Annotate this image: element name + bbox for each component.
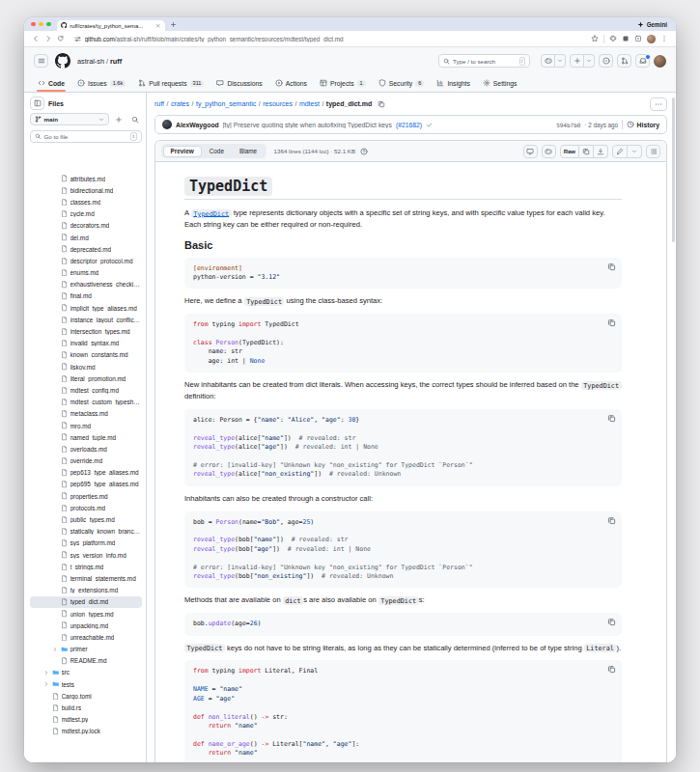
file-tree-item[interactable]: instance_layout_conflict.md <box>30 314 142 325</box>
global-nav-menu-button[interactable] <box>34 54 48 68</box>
file-tree-item[interactable]: literal_promotion.md <box>30 372 142 384</box>
collapse-file-tree-button[interactable] <box>30 96 44 110</box>
file-tree-item[interactable]: sys_platform.md <box>30 538 142 549</box>
file-tree-item[interactable]: classes.md <box>30 196 142 207</box>
address-bar[interactable]: github.com/astral-sh/ruff/blob/main/crat… <box>70 33 587 44</box>
create-new-dropdown[interactable] <box>584 54 595 68</box>
copy-code-icon[interactable] <box>607 516 616 525</box>
file-tree-item[interactable]: mdtest_config.md <box>30 384 142 396</box>
browser-menu-icon[interactable] <box>660 35 668 42</box>
create-new-button[interactable] <box>570 54 584 68</box>
file-tree-item[interactable]: union_types.md <box>30 608 142 620</box>
file-tree-item[interactable]: properties.md <box>30 490 142 502</box>
file-tree-item[interactable]: exhaustiveness_checking.md <box>30 279 142 290</box>
copy-code-icon[interactable] <box>607 665 616 674</box>
github-logo[interactable] <box>55 53 70 69</box>
file-tree-item[interactable]: statically_known_branches.md <box>30 526 142 538</box>
breadcrumb-link[interactable]: mdtest <box>299 100 320 107</box>
file-tree-item[interactable]: known_constants.md <box>30 349 142 361</box>
file-tree-item[interactable]: intersection_types.md <box>30 325 142 337</box>
file-tree-item[interactable]: pep695_type_aliases.md <box>30 479 142 490</box>
extensions-puzzle-icon[interactable] <box>609 35 617 42</box>
nav-tab-security[interactable]: Security6 <box>373 74 431 92</box>
file-tree-item[interactable]: terminal_statements.md <box>30 572 142 584</box>
copilot-button[interactable] <box>541 54 555 68</box>
file-tree-folder[interactable]: primer <box>30 644 142 655</box>
nav-tab-discussions[interactable]: Discussions <box>210 74 267 92</box>
file-tree-item[interactable]: t_strings.md <box>30 561 142 572</box>
reload-button[interactable] <box>57 35 65 42</box>
commit-message[interactable]: [ty] Preserve quoting style when autofix… <box>223 122 392 128</box>
file-tree-item[interactable]: README.md <box>30 655 142 667</box>
add-file-button[interactable] <box>112 113 126 125</box>
tab-close-icon[interactable] <box>155 23 161 29</box>
display-settings-button[interactable] <box>523 145 538 158</box>
open-with-copilot-button[interactable] <box>542 145 556 158</box>
breadcrumb-link[interactable]: ty_python_semantic <box>196 100 256 107</box>
bookmark-star-icon[interactable] <box>591 35 599 42</box>
nav-tab-pull-requests[interactable]: Pull requests311 <box>132 74 210 92</box>
your-issues-button[interactable] <box>599 54 613 68</box>
file-info-icon[interactable] <box>360 148 368 155</box>
outline-button[interactable] <box>646 145 660 158</box>
edit-dropdown-button[interactable] <box>628 145 642 158</box>
notifications-inbox-button[interactable] <box>635 54 650 68</box>
extension-icon[interactable] <box>622 35 630 42</box>
file-tree-item[interactable]: deprecated.md <box>30 243 142 255</box>
file-tree-item[interactable]: Cargo.toml <box>30 690 142 702</box>
tab-preview[interactable]: Preview <box>163 146 202 157</box>
copy-path-icon[interactable] <box>378 100 385 108</box>
copy-code-icon[interactable] <box>607 318 616 327</box>
search-this-repo-button[interactable] <box>128 113 142 125</box>
your-pull-requests-button[interactable] <box>617 54 631 68</box>
go-to-file-input[interactable]: Go to file t <box>30 130 142 143</box>
file-tree-item[interactable]: liskov.md <box>30 361 142 372</box>
global-search-input[interactable]: Type / to search / <box>438 54 530 68</box>
raw-button[interactable]: Raw <box>560 145 579 158</box>
nav-tab-code[interactable]: Code <box>32 74 70 92</box>
site-settings-icon[interactable] <box>74 36 81 42</box>
maximize-window-button[interactable] <box>46 22 51 27</box>
page-scrollbar[interactable] <box>670 93 676 762</box>
history-button[interactable]: History <box>627 121 659 128</box>
file-tree-item[interactable]: build.rs <box>30 702 142 713</box>
repo-owner-link[interactable]: astral-sh <box>77 57 104 66</box>
commit-author[interactable]: AlexWaygood <box>176 122 219 128</box>
file-tree-folder[interactable]: tests <box>30 678 142 690</box>
copy-code-icon[interactable] <box>607 414 616 423</box>
gemini-button[interactable]: Gemini <box>637 21 667 28</box>
file-tree-item[interactable]: descriptor_protocol.md <box>30 255 142 266</box>
tab-blame[interactable]: Blame <box>232 146 265 157</box>
nav-tab-actions[interactable]: Actions <box>269 74 313 92</box>
inline-code-link[interactable]: TypedDict <box>191 209 232 218</box>
file-tree-item[interactable]: unpacking.md <box>30 620 142 631</box>
file-tree-folder[interactable]: src <box>30 667 142 678</box>
extension-icon[interactable] <box>634 35 642 42</box>
forward-button[interactable] <box>44 35 52 42</box>
breadcrumb-link[interactable]: ruff <box>154 100 164 107</box>
file-tree-item[interactable]: overloads.md <box>30 443 142 455</box>
nav-tab-issues[interactable]: Issues1.6k <box>71 74 131 92</box>
tab-code[interactable]: Code <box>202 146 232 157</box>
file-tree-item[interactable]: named_tuple.md <box>30 431 142 443</box>
download-button[interactable] <box>594 145 608 158</box>
file-tree-item[interactable]: implicit_type_aliases.md <box>30 302 142 314</box>
more-options-button[interactable] <box>650 97 667 111</box>
checks-success-icon[interactable] <box>426 122 433 128</box>
browser-profile-avatar[interactable] <box>647 35 656 43</box>
file-tree-item[interactable]: enums.md <box>30 267 142 279</box>
nav-tab-settings[interactable]: Settings <box>477 74 523 92</box>
copy-file-button[interactable] <box>579 145 594 158</box>
file-tree-item[interactable]: mro.md <box>30 420 142 431</box>
breadcrumb-link[interactable]: resources <box>263 100 293 107</box>
author-avatar[interactable] <box>162 120 172 129</box>
repo-name-link[interactable]: ruff <box>110 57 122 66</box>
file-tree-item[interactable]: cycle.md <box>30 208 142 220</box>
commit-sha-link[interactable]: 594b7b0 <box>556 122 580 128</box>
minimize-window-button[interactable] <box>39 22 43 27</box>
close-window-button[interactable] <box>31 22 36 27</box>
file-tree-item[interactable]: bidirectional.md <box>30 184 142 196</box>
file-tree-item[interactable]: del.md <box>30 232 142 243</box>
file-tree-item[interactable]: attributes.md <box>30 173 142 184</box>
commit-pr-link[interactable]: (#21682) <box>396 122 422 128</box>
